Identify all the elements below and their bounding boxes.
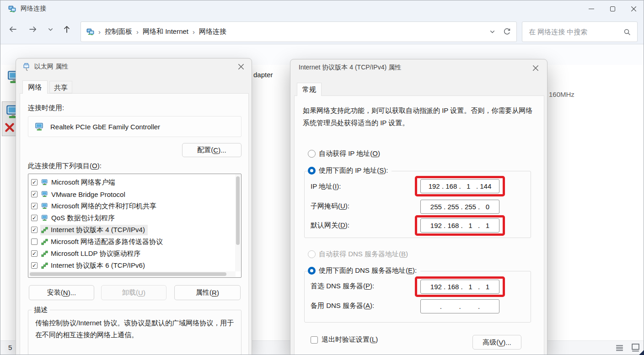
breadcrumb-network-connections[interactable]: 网络连接 <box>199 27 226 36</box>
client-service-icon <box>41 179 48 186</box>
protocol-icon <box>41 227 48 233</box>
radio-manual-dns[interactable]: 使用下面的 DNS 服务器地址(E): <box>308 266 420 275</box>
scrollbar-thumb[interactable] <box>30 272 226 276</box>
client-service-icon <box>41 214 48 222</box>
selected-adapter-fragment <box>2 101 16 136</box>
item-checkbox[interactable]: ✓ <box>31 203 38 209</box>
client-service-icon <box>41 191 48 198</box>
item-checkbox[interactable]: ✓ <box>31 215 38 221</box>
radio-circle <box>308 150 316 158</box>
radio-circle <box>308 167 316 175</box>
dialog-close-button[interactable] <box>531 64 540 72</box>
protocol-list: ✓ Microsoft 网络客户端 ✓ VMware Bridge Protoc… <box>28 174 242 278</box>
item-checkbox[interactable]: ✓ <box>31 179 38 185</box>
breadcrumb-separator: › <box>98 28 101 36</box>
back-button[interactable] <box>8 25 17 34</box>
list-item-multiplexor[interactable]: Microsoft 网络适配器多路传送器协议 <box>31 236 241 248</box>
radio-manual-ip[interactable]: 使用下面的 IP 地址(S): <box>308 166 392 175</box>
protocol-icon <box>41 238 48 245</box>
default-gateway-label: 默认网关(D): <box>311 221 349 230</box>
subnet-mask-input[interactable]: 255 . 255 . 255 . 0 <box>420 200 499 214</box>
up-button[interactable] <box>62 25 71 34</box>
client-service-icon <box>41 202 48 210</box>
item-checkbox[interactable] <box>31 238 38 245</box>
properties-button[interactable]: 属性(R) <box>174 285 241 300</box>
address-dropdown-chevron[interactable] <box>489 29 495 35</box>
description-title: 描述 <box>32 306 50 314</box>
breadcrumb-network-internet[interactable]: 网络和 Internet <box>143 27 188 36</box>
protocol-icon <box>41 262 48 269</box>
validate-on-exit-checkbox[interactable]: 退出时验证设置(L) <box>311 335 378 344</box>
breadcrumb-control-panel[interactable]: 控制面板 <box>105 27 132 36</box>
ip-address-label: IP 地址(I): <box>311 182 341 191</box>
item-checkbox[interactable]: ✓ <box>31 227 38 233</box>
adapter-icon-fragment <box>6 69 16 85</box>
checkbox-box <box>311 336 318 344</box>
annotation-highlight-ip <box>415 176 505 196</box>
search-input[interactable] <box>529 28 623 36</box>
tab-sharing[interactable]: 共享 <box>49 81 72 93</box>
ethernet-plug-icon <box>22 63 31 71</box>
breadcrumb-separator: › <box>193 28 195 36</box>
forward-button[interactable] <box>28 25 38 34</box>
list-item-lldp[interactable]: ✓ Microsoft LLDP 协议驱动程序 <box>31 248 241 260</box>
adapter-name-box: Realtek PCIe GbE Family Controller <box>28 116 242 137</box>
alternate-dns-input[interactable]: . . . <box>420 299 499 313</box>
search-icon <box>623 28 631 36</box>
radio-circle <box>308 267 316 275</box>
item-checkbox[interactable]: ✓ <box>31 262 38 269</box>
annotation-highlight-dns <box>415 276 505 297</box>
ipv4-properties-dialog: Internet 协议版本 4 (TCP/IPv4) 属性 常规 如果网络支持此… <box>290 59 547 355</box>
adapter-name-fragment: dapter <box>253 71 273 79</box>
advanced-button[interactable]: 高级(V)... <box>472 335 521 350</box>
refresh-button[interactable] <box>503 28 511 36</box>
intro-text: 如果网络支持此功能，则可以获取自动指派的 IP 设置。否则，你需要从网络系统管理… <box>303 104 536 129</box>
list-item-vmware-bridge[interactable]: ✓ VMware Bridge Protocol <box>31 188 241 200</box>
dialog-title: 以太网 属性 <box>34 63 68 71</box>
breadcrumb-separator: › <box>136 28 139 36</box>
list-vertical-scrollbar[interactable] <box>235 175 241 271</box>
description-text: 传输控制协议/Internet 协议。该协议是默认的广域网络协议，用于在不同的相… <box>35 317 236 341</box>
recent-locations-chevron[interactable] <box>48 26 54 32</box>
tab-network[interactable]: 网络 <box>22 80 48 94</box>
subnet-mask-label: 子网掩码(U): <box>311 202 349 211</box>
item-checkbox[interactable]: ✓ <box>31 191 38 197</box>
install-button[interactable]: 安装(N)... <box>29 285 94 300</box>
radio-auto-dns[interactable]: 自动获得 DNS 服务器地址(B) <box>308 250 412 259</box>
annotation-highlight-gateway <box>415 215 505 236</box>
connect-using-label: 连接时使用: <box>28 104 64 112</box>
configure-button[interactable]: 配置(C)... <box>182 143 242 157</box>
scrollbar-thumb[interactable] <box>236 176 240 245</box>
item-count: 5 <box>8 344 12 351</box>
wifi-adapter-fragment: 160MHz <box>549 90 574 98</box>
details-view-button[interactable] <box>615 344 624 351</box>
address-location-icon <box>86 28 94 36</box>
tab-general[interactable]: 常规 <box>297 83 322 96</box>
adapter-monitor-icon <box>5 104 16 120</box>
dialog-title: Internet 协议版本 4 (TCP/IPv4) 属性 <box>299 64 401 72</box>
list-item-tcpipv4[interactable]: ✓ Internet 协议版本 4 (TCP/IPv4) <box>31 224 241 236</box>
disabled-red-x-icon <box>5 123 14 132</box>
list-item-ms-client[interactable]: ✓ Microsoft 网络客户端 <box>31 176 241 188</box>
address-bar[interactable]: › 控制面板 › 网络和 Internet › 网络连接 <box>80 21 517 42</box>
radio-auto-ip[interactable]: 自动获得 IP 地址(O) <box>308 149 384 158</box>
ethernet-properties-dialog: 以太网 属性 网络 共享 连接时使用: Realtek PCIe GbE Fam… <box>16 58 252 355</box>
list-item-file-printer-sharing[interactable]: ✓ Microsoft 网络的文件和打印机共享 <box>31 200 241 212</box>
uninstall-button[interactable]: 卸载(U) <box>101 285 166 300</box>
adapter-name: Realtek PCIe GbE Family Controller <box>50 123 160 131</box>
network-adapter-icon <box>35 122 44 132</box>
protocol-icon <box>41 250 48 257</box>
alternate-dns-label: 备用 DNS 服务器(A): <box>311 302 374 310</box>
search-box[interactable] <box>522 21 638 42</box>
list-horizontal-scrollbar[interactable] <box>29 271 236 277</box>
navigation-bar: › 控制面板 › 网络和 Internet › 网络连接 <box>0 0 644 26</box>
preferred-dns-label: 首选 DNS 服务器(P): <box>311 282 374 291</box>
resize-grip[interactable] <box>639 350 644 355</box>
item-checkbox[interactable]: ✓ <box>31 250 38 257</box>
dialog-close-button[interactable] <box>237 63 245 71</box>
list-item-qos[interactable]: ✓ QoS 数据包计划程序 <box>31 212 241 224</box>
list-item-tcpipv6[interactable]: ✓ Internet 协议版本 6 (TCP/IPv6) <box>31 260 241 271</box>
items-list-label: 此连接使用下列项目(O): <box>28 162 102 170</box>
radio-circle <box>308 250 316 258</box>
